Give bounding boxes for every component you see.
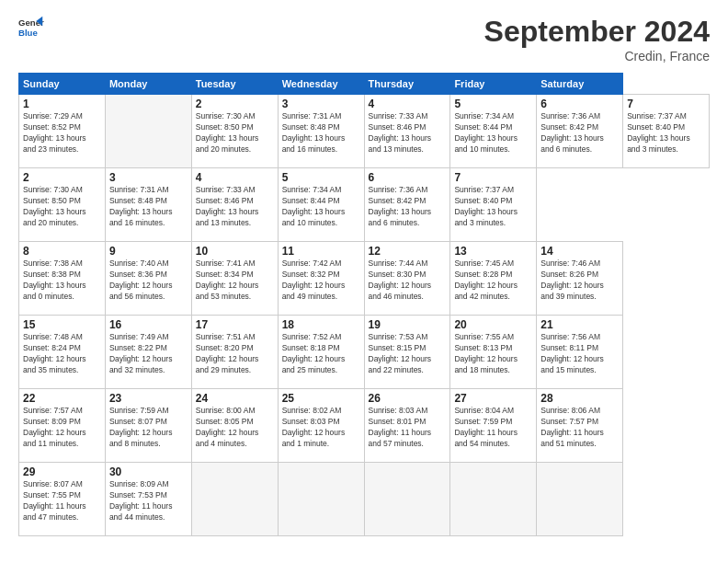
- day-number: 24: [196, 392, 274, 405]
- day-number: 3: [282, 98, 360, 110]
- day-number: 30: [109, 465, 188, 478]
- calendar-cell: 25Sunrise: 8:02 AM Sunset: 8:03 PM Dayli…: [278, 389, 364, 463]
- day-info: Sunrise: 7:51 AM Sunset: 8:20 PM Dayligh…: [196, 332, 274, 376]
- calendar-cell: 5Sunrise: 7:34 AM Sunset: 8:44 PM Daylig…: [278, 168, 364, 242]
- day-info: Sunrise: 7:46 AM Sunset: 8:26 PM Dayligh…: [540, 259, 619, 303]
- day-number: 19: [369, 318, 447, 331]
- calendar-cell: 19Sunrise: 7:53 AM Sunset: 8:15 PM Dayli…: [364, 316, 450, 389]
- day-info: Sunrise: 7:45 AM Sunset: 8:28 PM Dayligh…: [454, 259, 532, 303]
- calendar-cell: [191, 463, 278, 536]
- calendar-cell: 2Sunrise: 7:30 AM Sunset: 8:50 PM Daylig…: [19, 168, 106, 242]
- day-number: 12: [369, 245, 447, 258]
- calendar-week-4: 22Sunrise: 7:57 AM Sunset: 8:09 PM Dayli…: [19, 389, 710, 463]
- calendar-cell: 20Sunrise: 7:55 AM Sunset: 8:13 PM Dayli…: [450, 316, 537, 389]
- day-info: Sunrise: 7:31 AM Sunset: 8:48 PM Dayligh…: [109, 185, 188, 229]
- day-number: 6: [369, 171, 447, 184]
- day-number: 8: [23, 245, 101, 258]
- col-tuesday: Tuesday: [191, 74, 278, 95]
- day-info: Sunrise: 8:07 AM Sunset: 7:55 PM Dayligh…: [23, 479, 101, 523]
- day-info: Sunrise: 7:52 AM Sunset: 8:18 PM Dayligh…: [282, 332, 360, 376]
- day-info: Sunrise: 7:48 AM Sunset: 8:24 PM Dayligh…: [23, 332, 101, 376]
- calendar-cell: 15Sunrise: 7:48 AM Sunset: 8:24 PM Dayli…: [19, 316, 106, 389]
- day-number: 21: [540, 318, 619, 331]
- day-info: Sunrise: 7:55 AM Sunset: 8:13 PM Dayligh…: [454, 332, 532, 376]
- calendar-cell: [537, 463, 623, 536]
- calendar-cell: 12Sunrise: 7:44 AM Sunset: 8:30 PM Dayli…: [364, 242, 450, 316]
- day-info: Sunrise: 7:59 AM Sunset: 8:07 PM Dayligh…: [109, 406, 188, 450]
- day-number: 3: [109, 171, 188, 184]
- day-number: 7: [627, 98, 705, 110]
- col-wednesday: Wednesday: [278, 74, 364, 95]
- day-number: 5: [454, 98, 532, 110]
- header: General Blue September 2024 Credin, Fran…: [18, 15, 710, 63]
- calendar-week-0: 1Sunrise: 7:29 AM Sunset: 8:52 PM Daylig…: [19, 95, 710, 168]
- col-thursday: Thursday: [364, 74, 450, 95]
- calendar-cell: [450, 463, 537, 536]
- month-title: September 2024: [484, 15, 710, 49]
- day-info: Sunrise: 7:36 AM Sunset: 8:42 PM Dayligh…: [540, 111, 619, 155]
- calendar-cell: 5Sunrise: 7:34 AM Sunset: 8:44 PM Daylig…: [450, 95, 537, 168]
- title-block: September 2024 Credin, France: [484, 15, 710, 63]
- day-info: Sunrise: 7:49 AM Sunset: 8:22 PM Dayligh…: [109, 332, 188, 376]
- day-info: Sunrise: 7:31 AM Sunset: 8:48 PM Dayligh…: [282, 111, 360, 155]
- day-number: 23: [109, 392, 188, 405]
- day-info: Sunrise: 7:42 AM Sunset: 8:32 PM Dayligh…: [282, 259, 360, 303]
- day-info: Sunrise: 7:34 AM Sunset: 8:44 PM Dayligh…: [282, 185, 360, 229]
- calendar-cell: 4Sunrise: 7:33 AM Sunset: 8:46 PM Daylig…: [191, 168, 278, 242]
- day-info: Sunrise: 7:29 AM Sunset: 8:52 PM Dayligh…: [23, 111, 101, 155]
- calendar-cell: 1Sunrise: 7:29 AM Sunset: 8:52 PM Daylig…: [19, 95, 106, 168]
- day-info: Sunrise: 7:41 AM Sunset: 8:34 PM Dayligh…: [196, 259, 274, 303]
- day-info: Sunrise: 7:34 AM Sunset: 8:44 PM Dayligh…: [454, 111, 532, 155]
- day-number: 4: [196, 171, 274, 184]
- day-info: Sunrise: 7:53 AM Sunset: 8:15 PM Dayligh…: [369, 332, 447, 376]
- day-number: 1: [23, 98, 101, 110]
- day-number: 27: [454, 392, 532, 405]
- logo-icon: General Blue: [18, 15, 44, 40]
- calendar-week-3: 15Sunrise: 7:48 AM Sunset: 8:24 PM Dayli…: [19, 316, 710, 389]
- day-info: Sunrise: 7:30 AM Sunset: 8:50 PM Dayligh…: [23, 185, 101, 229]
- day-info: Sunrise: 7:33 AM Sunset: 8:46 PM Dayligh…: [196, 185, 274, 229]
- day-info: Sunrise: 7:57 AM Sunset: 8:09 PM Dayligh…: [23, 406, 101, 450]
- day-number: 7: [454, 171, 532, 184]
- calendar-cell: 26Sunrise: 8:03 AM Sunset: 8:01 PM Dayli…: [364, 389, 450, 463]
- day-number: 25: [282, 392, 360, 405]
- day-info: Sunrise: 8:06 AM Sunset: 7:57 PM Dayligh…: [540, 406, 619, 450]
- calendar-cell: 13Sunrise: 7:45 AM Sunset: 8:28 PM Dayli…: [450, 242, 537, 316]
- day-number: 9: [109, 245, 188, 258]
- day-number: 6: [540, 98, 619, 110]
- day-number: 17: [196, 318, 274, 331]
- calendar-cell: [105, 95, 191, 168]
- calendar-cell: 3Sunrise: 7:31 AM Sunset: 8:48 PM Daylig…: [278, 95, 364, 168]
- calendar-cell: 22Sunrise: 7:57 AM Sunset: 8:09 PM Dayli…: [19, 389, 106, 463]
- calendar-cell: 16Sunrise: 7:49 AM Sunset: 8:22 PM Dayli…: [105, 316, 191, 389]
- day-number: 14: [540, 245, 619, 258]
- day-number: 5: [282, 171, 360, 184]
- day-info: Sunrise: 8:03 AM Sunset: 8:01 PM Dayligh…: [369, 406, 447, 450]
- day-number: 18: [282, 318, 360, 331]
- col-saturday: Saturday: [537, 74, 623, 95]
- day-info: Sunrise: 8:09 AM Sunset: 7:53 PM Dayligh…: [109, 479, 188, 523]
- day-info: Sunrise: 7:37 AM Sunset: 8:40 PM Dayligh…: [627, 111, 705, 155]
- day-number: 11: [282, 245, 360, 258]
- day-number: 13: [454, 245, 532, 258]
- col-monday: Monday: [105, 74, 191, 95]
- calendar-cell: 7Sunrise: 7:37 AM Sunset: 8:40 PM Daylig…: [623, 95, 710, 168]
- calendar-cell: [278, 463, 364, 536]
- day-info: Sunrise: 7:36 AM Sunset: 8:42 PM Dayligh…: [369, 185, 447, 229]
- calendar-cell: 27Sunrise: 8:04 AM Sunset: 7:59 PM Dayli…: [450, 389, 537, 463]
- day-number: 28: [540, 392, 619, 405]
- day-info: Sunrise: 7:37 AM Sunset: 8:40 PM Dayligh…: [454, 185, 532, 229]
- day-number: 10: [196, 245, 274, 258]
- day-number: 29: [23, 465, 101, 478]
- col-friday: Friday: [450, 74, 537, 95]
- logo: General Blue: [18, 15, 44, 40]
- calendar-cell: 3Sunrise: 7:31 AM Sunset: 8:48 PM Daylig…: [105, 168, 191, 242]
- page: General Blue September 2024 Credin, Fran…: [0, 0, 728, 563]
- calendar-cell: 23Sunrise: 7:59 AM Sunset: 8:07 PM Dayli…: [105, 389, 191, 463]
- calendar-cell: 30Sunrise: 8:09 AM Sunset: 7:53 PM Dayli…: [105, 463, 191, 536]
- day-number: 4: [369, 98, 447, 110]
- calendar-cell: 28Sunrise: 8:06 AM Sunset: 7:57 PM Dayli…: [537, 389, 623, 463]
- day-info: Sunrise: 8:00 AM Sunset: 8:05 PM Dayligh…: [196, 406, 274, 450]
- calendar-cell: 8Sunrise: 7:38 AM Sunset: 8:38 PM Daylig…: [19, 242, 106, 316]
- day-number: 22: [23, 392, 101, 405]
